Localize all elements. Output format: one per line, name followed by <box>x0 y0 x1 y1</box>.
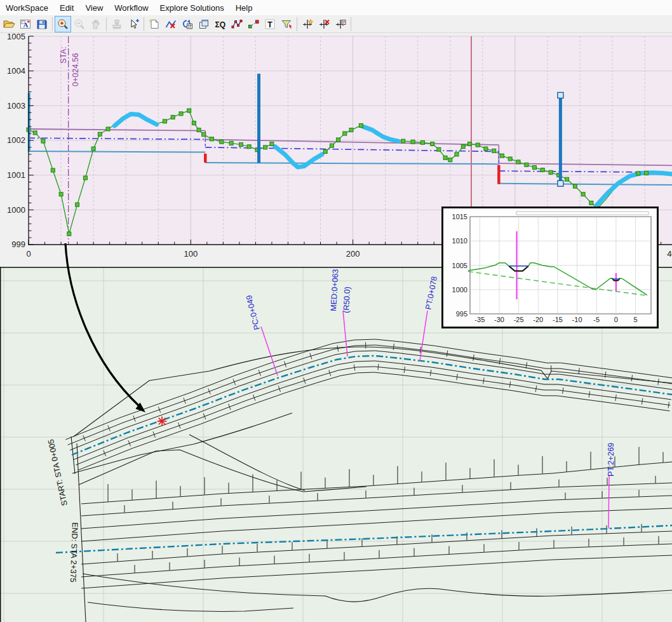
leader-line <box>261 327 278 375</box>
menu-item-workflow[interactable]: Workflow <box>109 1 154 15</box>
start-station-label: START: STA 0+005 <box>46 438 69 506</box>
toolbar: AΣQT <box>0 15 672 33</box>
profile-y-tick: 1002 <box>7 135 25 145</box>
filter-icon[interactable] <box>278 16 295 32</box>
svg-text:ΣQ: ΣQ <box>215 20 226 29</box>
cross-section-inset[interactable]: 9951000100510101015-35-30-25-20-15-10-50… <box>441 206 659 328</box>
zoom-out-icon <box>71 16 88 32</box>
inset-y-tick: 995 <box>456 310 467 318</box>
refresh-table-icon[interactable] <box>179 16 196 32</box>
profile-x-tick: 200 <box>346 249 360 259</box>
node-links-icon[interactable] <box>245 16 262 32</box>
toolbar-separator <box>297 17 297 31</box>
end-station-label: END: STA 2+375 <box>69 522 79 583</box>
inset-x-tick: -35 <box>474 316 485 323</box>
profile-x-tick: 400 <box>667 249 672 259</box>
sta-label: STA: <box>59 46 68 64</box>
inset-y-tick: 1005 <box>452 262 467 269</box>
menu-bar: WorkSpaceEditViewWorkflowExplore Solutio… <box>0 0 672 15</box>
profile-y-tick: 1003 <box>7 101 25 111</box>
pan-hand-icon <box>88 16 104 32</box>
med-station-label: MED:0+063 <box>329 269 340 311</box>
stamp-icon <box>109 16 125 32</box>
toolbar-separator <box>144 17 144 31</box>
inset-x-tick: 0 <box>614 316 618 323</box>
inset-x-tick: 5 <box>633 316 637 323</box>
sta-value-label: 0+024.56 <box>71 53 80 86</box>
profile-y-tick: 1004 <box>7 66 25 76</box>
toolbar-separator <box>106 17 107 31</box>
polyline-nodes-icon[interactable] <box>229 16 245 32</box>
station-edit-icon[interactable] <box>332 16 349 32</box>
menu-item-edit[interactable]: Edit <box>54 1 79 15</box>
open-folder-icon[interactable] <box>1 16 17 32</box>
sigma-q-icon[interactable]: ΣQ <box>212 16 229 32</box>
leader-line <box>608 476 609 529</box>
zoom-in-icon[interactable] <box>55 16 71 32</box>
inset-x-tick: -15 <box>553 316 563 323</box>
inset-x-tick: -25 <box>514 316 524 323</box>
profile-x-tick: 100 <box>184 249 198 259</box>
inset-x-tick: -5 <box>593 316 600 323</box>
pc-station-label: PC:0+049 <box>245 294 262 331</box>
station-delete-icon[interactable] <box>316 16 332 32</box>
med-radius-label: (R50.0) <box>342 287 352 313</box>
leader-line <box>343 311 347 356</box>
profile-y-tick: 999 <box>11 240 25 249</box>
save-icon[interactable] <box>34 16 50 32</box>
text-tool-icon[interactable]: T <box>262 16 278 32</box>
toolbar-separator <box>351 17 351 31</box>
cascade-windows-icon[interactable] <box>196 16 212 32</box>
station-add-icon[interactable] <box>299 16 316 32</box>
workspace: 9991000100110021003100410050100200300400… <box>0 33 672 622</box>
inset-x-tick: -30 <box>494 316 504 323</box>
font-page-icon[interactable]: A <box>17 16 34 32</box>
inset-x-tick: -10 <box>572 316 582 323</box>
new-page-icon[interactable] <box>146 16 163 32</box>
inset-y-tick: 1015 <box>452 213 467 220</box>
inset-y-tick: 1000 <box>452 286 467 294</box>
svg-text:T: T <box>267 20 272 29</box>
menu-item-help[interactable]: Help <box>230 1 259 15</box>
pt2-station-label: PT:2+269 <box>607 443 615 477</box>
menu-item-workspace[interactable]: WorkSpace <box>0 1 54 15</box>
profile-y-tick: 1001 <box>7 170 25 180</box>
inset-x-tick: -20 <box>533 316 543 323</box>
menu-item-view[interactable]: View <box>79 1 109 15</box>
profile-x-tick: 0 <box>26 249 30 259</box>
toolbar-separator <box>52 17 53 31</box>
profile-y-tick: 1005 <box>7 33 25 41</box>
cut-polyline-icon[interactable] <box>163 16 179 32</box>
leader-line <box>420 311 427 361</box>
menu-item-explore-solutions[interactable]: Explore Solutions <box>154 1 230 15</box>
svg-text:A: A <box>24 21 29 29</box>
inset-y-tick: 1010 <box>452 237 467 245</box>
profile-y-tick: 1000 <box>7 205 25 215</box>
cursor-plus-icon[interactable] <box>125 16 142 32</box>
